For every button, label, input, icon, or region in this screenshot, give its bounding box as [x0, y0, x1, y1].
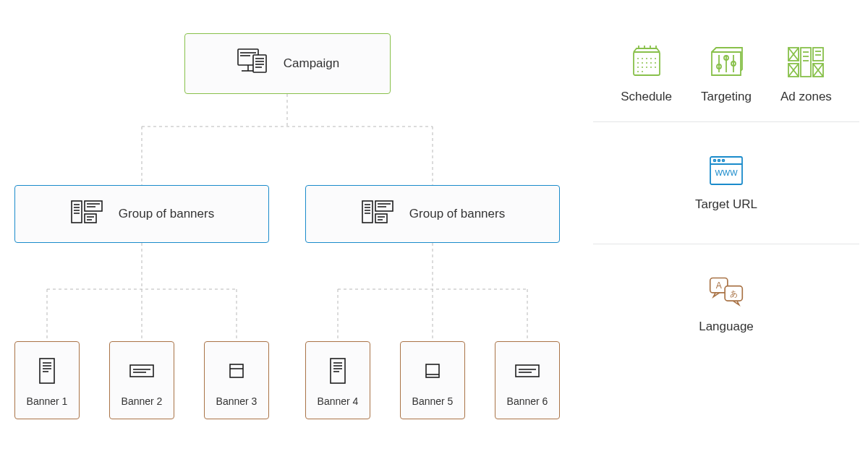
svg-rect-51 — [130, 365, 153, 377]
svg-rect-56 — [331, 359, 345, 383]
banner-node-2: Banner 2 — [109, 341, 174, 419]
svg-rect-46 — [40, 359, 54, 383]
side-item-language: A あ Language — [699, 273, 754, 334]
banner-node-4: Banner 4 — [305, 341, 370, 419]
diagram-stage: Campaign Group of banners — [0, 0, 868, 454]
banner-node-5: Banner 5 — [400, 341, 465, 419]
side-row-target-url: WWW Target URL — [593, 122, 859, 244]
side-panel: Schedule Targeting — [593, 29, 859, 363]
svg-rect-106 — [813, 48, 823, 61]
group-label-2: Group of banners — [409, 207, 505, 221]
calendar-icon — [628, 43, 665, 81]
side-item-targeting: Targeting — [701, 43, 752, 104]
banner-square-icon — [418, 356, 447, 388]
side-row-language: A あ Language — [593, 244, 859, 363]
banner-label-3: Banner 3 — [216, 395, 258, 407]
svg-text:A: A — [716, 280, 723, 291]
svg-point-114 — [714, 160, 716, 162]
group-label-1: Group of banners — [119, 207, 214, 221]
side-item-schedule: Schedule — [621, 43, 672, 104]
banner-node-1: Banner 1 — [14, 341, 80, 419]
schedule-label: Schedule — [621, 90, 672, 104]
target-url-label: Target URL — [695, 197, 757, 212]
banner-square-icon — [222, 356, 251, 388]
banner-tall-icon — [38, 356, 56, 388]
banner-label-1: Banner 1 — [27, 395, 68, 407]
svg-rect-19 — [253, 55, 266, 72]
group-node-1: Group of banners — [14, 185, 269, 243]
campaign-icon — [236, 46, 271, 81]
campaign-label: Campaign — [284, 56, 340, 71]
banner-wide-icon — [127, 356, 156, 388]
svg-point-116 — [723, 160, 725, 162]
banners-group-icon — [360, 198, 396, 230]
svg-rect-43 — [375, 214, 387, 223]
svg-rect-40 — [375, 201, 393, 211]
svg-rect-32 — [85, 214, 96, 223]
banner-label-2: Banner 2 — [122, 395, 163, 407]
browser-www-icon: WWW — [707, 151, 745, 189]
banner-label-4: Banner 4 — [318, 395, 359, 407]
svg-rect-63 — [516, 365, 539, 377]
svg-rect-54 — [230, 364, 243, 377]
targeting-icon — [707, 43, 745, 81]
side-item-target-url: WWW Target URL — [695, 151, 757, 212]
banner-label-5: Banner 5 — [412, 395, 454, 407]
campaign-node: Campaign — [184, 33, 391, 94]
banner-tall-icon — [328, 356, 347, 388]
svg-rect-61 — [426, 364, 439, 377]
banner-node-3: Banner 3 — [204, 341, 269, 419]
side-row-campaign-settings: Schedule Targeting — [593, 29, 859, 121]
side-item-adzones: Ad zones — [780, 43, 832, 104]
group-node-2: Group of banners — [305, 185, 560, 243]
banner-label-6: Banner 6 — [507, 395, 548, 407]
targeting-label: Targeting — [701, 90, 752, 104]
svg-point-115 — [718, 160, 720, 162]
language-label: Language — [699, 320, 754, 334]
svg-rect-29 — [85, 201, 102, 211]
svg-text:WWW: WWW — [715, 168, 738, 177]
banner-wide-icon — [513, 356, 542, 388]
banner-node-6: Banner 6 — [495, 341, 560, 419]
adzones-icon — [787, 43, 825, 81]
adzones-label: Ad zones — [780, 90, 832, 104]
language-icon: A あ — [707, 273, 745, 311]
banners-group-icon — [69, 198, 106, 230]
svg-text:あ: あ — [730, 290, 738, 299]
